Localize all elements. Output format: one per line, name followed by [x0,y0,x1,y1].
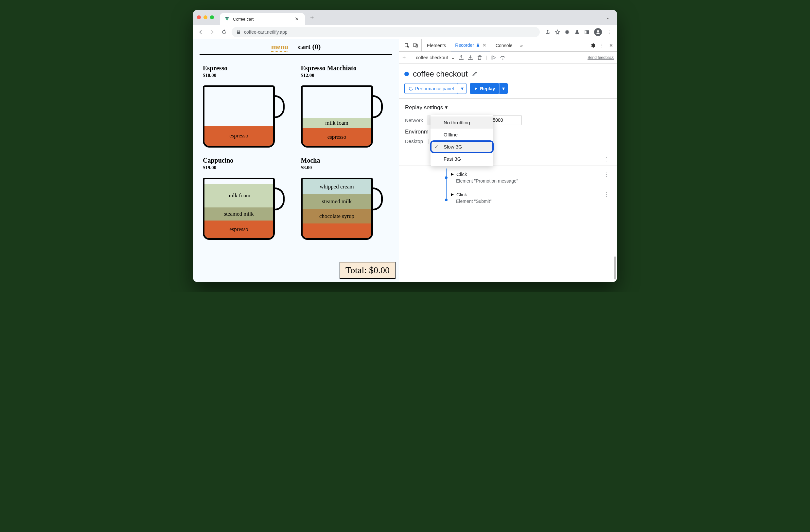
step-menu-button[interactable]: ⋮ [601,156,611,163]
extensions-icon[interactable] [565,30,570,35]
devtools-tabbar: Elements Recorder ✕ Console » ⋮ ✕ [399,39,617,52]
layer-whipped-cream: whipped cream [303,179,371,194]
share-icon[interactable] [545,30,550,35]
settings-gear-icon[interactable] [590,43,595,48]
caret-right-icon: ▶ [451,172,454,176]
chevron-down-icon[interactable]: ▾ [458,83,467,94]
bookmark-star-icon[interactable] [555,30,560,35]
send-feedback-link[interactable]: Send feedback [587,55,614,60]
omnibox[interactable]: coffee-cart.netlify.app [232,27,540,37]
performance-panel-button[interactable]: Performance panel ▾ [404,83,467,94]
cup-body: milk foam steamed milk espresso [203,178,275,240]
product-name: Cappucino [203,157,291,164]
tab-menu-button[interactable]: ⌄ [603,13,613,21]
product-price: $8.00 [301,165,389,171]
total-button[interactable]: Total: $0.00 [340,262,395,279]
page-nav: menu cart (0) [199,39,392,55]
steps-list: ⋮ ▶ Click ⋮ Element "Promotion message" [399,165,617,208]
layer-chocolate-syrup: chocolate syrup [303,209,371,224]
chrome-menu-button[interactable]: ⋮ [606,30,612,35]
cup-body: whipped cream steamed milk chocolate syr… [301,178,373,240]
caret-right-icon: ▶ [451,192,454,197]
reload-button[interactable] [220,28,228,36]
recording-selector[interactable]: coffee checkout ⌄ [412,52,455,63]
profile-avatar[interactable] [594,28,602,36]
devtools-close-button[interactable]: ✕ [609,43,614,48]
step-menu-button[interactable]: ⋮ [601,171,611,178]
tab-close-icon[interactable]: ✕ [483,43,486,48]
content-area: menu cart (0) Espresso $10.00 espresso [193,39,617,282]
svg-rect-0 [585,30,586,34]
dropdown-item-no-throttling[interactable]: No throttling [431,116,493,129]
cup-espresso[interactable]: espresso [203,82,285,148]
toolbar-actions: ⋮ [543,28,614,36]
close-window-button[interactable] [197,15,201,19]
devtools-menu-button[interactable]: ⋮ [599,43,604,48]
product-name: Espresso Macchiato [301,64,389,72]
step-subtitle: Element "Submit" [456,198,611,204]
export-icon[interactable] [458,55,464,61]
product-cappucino: Cappucino $19.00 milk foam steamed milk … [203,157,291,240]
caret-down-icon: ▾ [445,104,448,111]
new-recording-button[interactable]: + [402,54,409,61]
step-item[interactable]: ▶ Click ⋮ Element "Promotion message" [451,168,611,186]
edit-pencil-icon[interactable] [472,71,477,77]
new-tab-button[interactable]: + [308,13,317,22]
tab-recorder[interactable]: Recorder ✕ [451,39,490,51]
network-label: Network [405,117,423,123]
vue-favicon-icon [224,16,230,21]
replay-settings: Replay settings ▾ Network Slow 3G ▴ Time… [399,99,617,152]
dropdown-item-fast-3g[interactable]: Fast 3G [431,153,493,165]
address-bar: coffee-cart.netlify.app ⋮ [193,25,617,39]
chevron-down-icon[interactable]: ▾ [499,83,508,94]
cup-cappucino[interactable]: milk foam steamed milk espresso [203,174,285,240]
nav-menu-link[interactable]: menu [271,43,289,52]
recorder-toolbar: + coffee checkout ⌄ | Send feedback [399,52,617,63]
product-name: Mocha [301,157,389,164]
replay-button[interactable]: Replay ▾ [470,83,508,94]
devtools-panel: Elements Recorder ✕ Console » ⋮ ✕ + coff… [399,39,617,282]
reading-list-icon[interactable] [584,30,589,35]
cup-body: espresso [203,85,275,148]
layer-espresso: espresso [303,128,371,146]
product-price: $10.00 [203,72,291,78]
nav-cart-link[interactable]: cart (0) [298,43,321,52]
labs-beaker-icon[interactable] [574,30,580,35]
cup-macchiato[interactable]: milk foam espresso [301,82,383,148]
import-icon[interactable] [468,55,473,61]
dropdown-item-offline[interactable]: Offline [431,129,493,141]
layer-espresso [303,224,371,238]
device-label: Desktop [405,139,423,144]
delete-trash-icon[interactable] [477,55,483,61]
tab-elements[interactable]: Elements [423,39,450,51]
product-grid: Espresso $10.00 espresso Espresso Macchi… [193,55,399,240]
cup-mocha[interactable]: whipped cream steamed milk chocolate syr… [301,174,383,240]
tab-title: Coffee cart [233,17,290,21]
tab-console[interactable]: Console [492,39,516,51]
chevron-down-icon: ⌄ [451,55,455,60]
scrollbar[interactable] [614,257,616,279]
window-controls [197,15,214,19]
settings-heading[interactable]: Replay settings ▾ [405,104,611,111]
inspect-element-icon[interactable] [404,43,409,48]
tab-close-button[interactable]: ✕ [293,16,300,22]
browser-tab[interactable]: Coffee cart ✕ [220,13,305,25]
minimize-window-button[interactable] [204,15,207,19]
step-menu-button[interactable]: ⋮ [601,191,611,198]
title-bar: Coffee cart ✕ + ⌄ [193,10,617,25]
step-forward-icon[interactable] [490,55,496,61]
product-mocha: Mocha $8.00 whipped cream steamed milk c… [301,157,389,240]
step-over-icon[interactable] [500,55,505,61]
cup-body: milk foam espresso [301,85,373,148]
more-tabs-button[interactable]: » [518,43,525,48]
svg-rect-1 [587,30,589,34]
step-item[interactable]: ▶ Click ⋮ Element "Submit" [451,189,611,206]
forward-button[interactable] [208,28,216,36]
dropdown-item-slow-3g[interactable]: ✓ Slow 3G [431,141,493,153]
device-toggle-icon[interactable] [413,43,418,48]
maximize-window-button[interactable] [210,15,214,19]
timeout-input[interactable] [489,115,522,125]
product-price: $12.00 [301,72,389,78]
product-espresso: Espresso $10.00 espresso [203,64,291,148]
back-button[interactable] [196,28,205,36]
